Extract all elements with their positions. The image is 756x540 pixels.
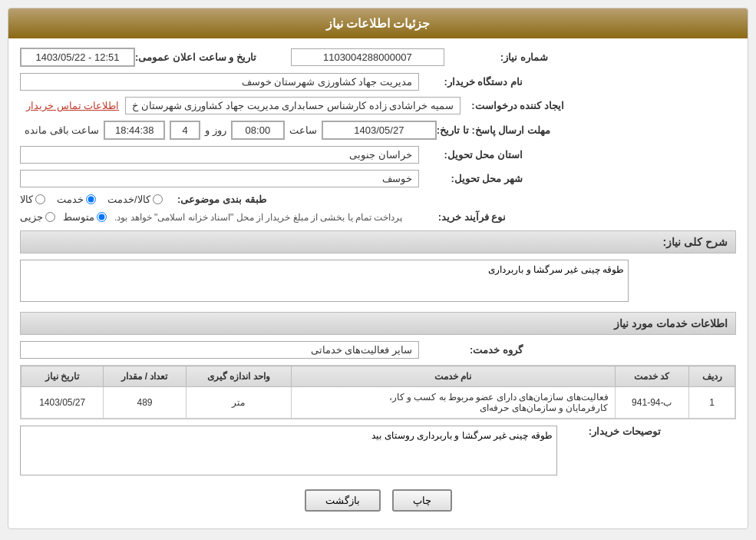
province-row: استان محل تحویل: خراسان جنوبی xyxy=(20,146,736,164)
content-area: شماره نیاز: 1103004288000007 تاریخ و ساع… xyxy=(8,38,748,528)
service-group-label: گروه خدمت: xyxy=(419,344,527,356)
creator-link[interactable]: اطلاعات تماس خریدار xyxy=(20,100,125,111)
service-info-header: اطلاعات خدمات مورد نیاز xyxy=(20,312,736,335)
buyer-notes-row: توصیحات خریدار: xyxy=(20,426,736,478)
purchase-type-note: پرداخت تمام یا بخشی از مبلغ خریدار از مح… xyxy=(114,212,402,223)
buyer-dept-label: نام دستگاه خریدار: xyxy=(419,76,527,88)
cell-code: ب-94-941 xyxy=(615,387,689,419)
creator-value: سمیه خراشادی زاده کارشناس حسابداری مدیری… xyxy=(125,97,461,114)
creator-label: ایجاد کننده درخواست: xyxy=(461,100,568,111)
category-radio-group: کالا/خدمت خدمت کالا xyxy=(20,194,163,205)
purchase-type-label: نوع فرآیند خرید: xyxy=(402,211,510,223)
send-date-day-label: روز و xyxy=(200,124,231,136)
service-table: ردیف کد خدمت نام خدمت واحد اندازه گیری ت… xyxy=(21,366,735,419)
col-date: تاریخ نیاز xyxy=(21,366,104,387)
main-card: جزئیات اطلاعات نیاز شماره نیاز: 11030042… xyxy=(8,8,748,529)
buyer-notes-label: توصیحات خریدار: xyxy=(557,426,665,437)
send-date-days: 4 xyxy=(170,121,200,140)
need-number-value: 1103004288000007 xyxy=(291,48,444,66)
city-value: خوسف xyxy=(20,170,419,187)
page-container: جزئیات اطلاعات نیاز شماره نیاز: 11030042… xyxy=(0,0,756,540)
purchase-label-motavasset: متوسط xyxy=(63,211,94,223)
category-option-kala[interactable]: کالا xyxy=(20,194,45,205)
service-group-value: سایر فعالیت‌های خدماتی xyxy=(20,341,419,359)
category-label-khedmat: خدمت xyxy=(57,194,84,205)
send-date-label: مهلت ارسال پاسخ: تا تاریخ: xyxy=(437,124,554,136)
province-value: خراسان جنوبی xyxy=(20,146,419,164)
purchase-radio-jozi[interactable] xyxy=(45,212,55,222)
cell-date: 1403/05/27 xyxy=(21,387,104,419)
category-radio-kala-khedmat[interactable] xyxy=(153,194,163,204)
purchase-type-option-motavasset[interactable]: متوسط xyxy=(63,211,107,223)
col-code: کد خدمت xyxy=(615,366,689,387)
button-row: چاپ بازگشت xyxy=(20,489,736,512)
category-option-khedmat[interactable]: خدمت xyxy=(57,194,96,205)
purchase-label-jozi: جزیی xyxy=(20,211,43,223)
send-date-time: 08:00 xyxy=(231,121,285,140)
purchase-type-row: نوع فرآیند خرید: پرداخت تمام یا بخشی از … xyxy=(20,211,736,223)
service-group-row: گروه خدمت: سایر فعالیت‌های خدماتی xyxy=(20,341,736,359)
col-unit: واحد اندازه گیری xyxy=(186,366,291,387)
purchase-radio-motavasset[interactable] xyxy=(97,212,107,222)
need-desc-header: شرح کلی نیاز: xyxy=(20,230,736,253)
creator-row: ایجاد کننده درخواست: سمیه خراشادی زاده ک… xyxy=(20,97,736,114)
send-date-date: 1403/05/27 xyxy=(322,121,437,140)
need-desc-wrapper xyxy=(20,260,629,304)
announce-date-label: تاریخ و ساعت اعلان عمومی: xyxy=(135,51,260,63)
category-label: طبقه بندی موضوعی: xyxy=(163,194,270,205)
category-option-kala-khedmat[interactable]: کالا/خدمت xyxy=(107,194,163,205)
send-date-row: مهلت ارسال پاسخ: تا تاریخ: 1403/05/27 سا… xyxy=(20,121,736,140)
buyer-dept-value: مدیریت جهاد کشاورزی شهرستان خوسف xyxy=(20,73,419,91)
announce-date-value: 1403/05/22 - 12:51 xyxy=(20,48,135,67)
city-label: شهر محل تحویل: xyxy=(419,173,527,184)
category-radio-khedmat[interactable] xyxy=(86,194,96,204)
purchase-type-options: پرداخت تمام یا بخشی از مبلغ خریدار از مح… xyxy=(20,211,402,223)
cell-name: فعالیت‌های سازمان‌های دارای عضو مربوط به… xyxy=(292,387,616,419)
cell-quantity: 489 xyxy=(104,387,186,419)
send-date-remaining: 18:44:38 xyxy=(104,121,165,140)
cell-row: 1 xyxy=(689,387,735,419)
table-row: 1 ب-94-941 فعالیت‌های سازمان‌های دارای ع… xyxy=(21,387,735,419)
col-row: ردیف xyxy=(689,366,735,387)
need-desc-row xyxy=(20,260,736,304)
city-row: شهر محل تحویل: خوسف xyxy=(20,170,736,187)
col-name: نام خدمت xyxy=(292,366,616,387)
buyer-notes-textarea[interactable] xyxy=(20,426,557,475)
buyer-dept-row: نام دستگاه خریدار: مدیریت جهاد کشاورزی ش… xyxy=(20,73,736,91)
category-radio-kala[interactable] xyxy=(35,194,45,204)
purchase-type-option-jozi[interactable]: جزیی xyxy=(20,211,55,223)
send-date-remaining-label: ساعت باقی مانده xyxy=(20,124,104,136)
service-table-container: ردیف کد خدمت نام خدمت واحد اندازه گیری ت… xyxy=(20,365,736,419)
category-label-kala-khedmat: کالا/خدمت xyxy=(107,194,150,205)
print-button[interactable]: چاپ xyxy=(392,489,452,512)
province-label: استان محل تحویل: xyxy=(419,149,527,161)
buyer-notes-wrapper xyxy=(20,426,557,478)
need-number-row: شماره نیاز: 1103004288000007 تاریخ و ساع… xyxy=(20,48,736,67)
category-row: طبقه بندی موضوعی: کالا/خدمت خدمت کالا xyxy=(20,194,736,205)
need-number-label: شماره نیاز: xyxy=(444,51,552,63)
back-button[interactable]: بازگشت xyxy=(305,489,381,512)
page-title: جزئیات اطلاعات نیاز xyxy=(8,8,748,38)
send-date-time-label: ساعت xyxy=(285,124,322,136)
col-quantity: تعداد / مقدار xyxy=(104,366,186,387)
cell-unit: متر xyxy=(186,387,291,419)
category-label-kala: کالا xyxy=(20,194,33,205)
need-desc-textarea[interactable] xyxy=(20,260,629,302)
